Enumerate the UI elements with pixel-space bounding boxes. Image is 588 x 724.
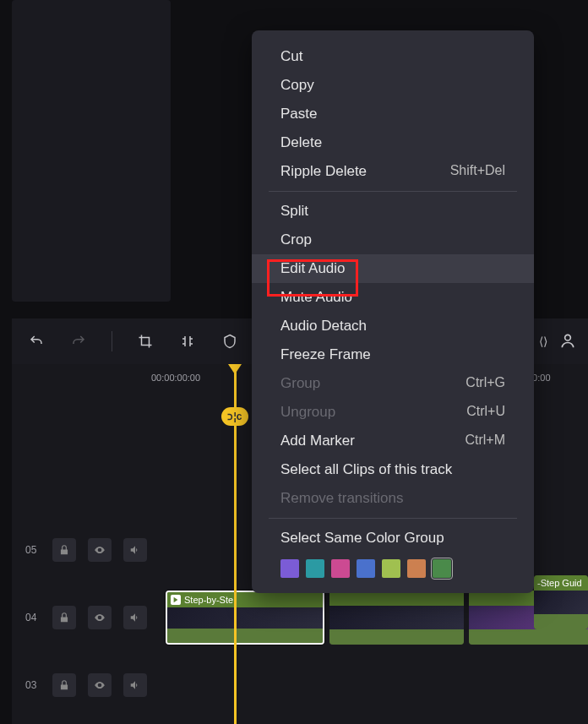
mute-button[interactable] bbox=[123, 538, 147, 562]
color-swatch-purple[interactable] bbox=[280, 559, 299, 578]
menu-edit-audio[interactable]: Edit Audio bbox=[252, 254, 534, 283]
menu-paste[interactable]: Paste bbox=[252, 100, 534, 128]
lock-button[interactable] bbox=[52, 673, 76, 697]
menu-audio-detach[interactable]: Audio Detach bbox=[252, 312, 534, 340]
menu-select-all-track[interactable]: Select all Clips of this track bbox=[252, 455, 534, 484]
track-row-03: 03 bbox=[12, 651, 588, 719]
track-number: 05 bbox=[25, 544, 41, 556]
redo-button[interactable] bbox=[69, 332, 88, 351]
expand-icon[interactable]: ⟨⟩ bbox=[539, 335, 547, 348]
split-badge-icon[interactable]: ɔ¦c bbox=[221, 407, 248, 426]
playhead[interactable]: ɔ¦c bbox=[234, 0, 237, 724]
svg-point-0 bbox=[565, 335, 571, 340]
mute-button[interactable] bbox=[123, 673, 147, 697]
menu-select-color-group[interactable]: Select Same Color Group bbox=[252, 524, 534, 553]
menu-split[interactable]: Split bbox=[252, 197, 534, 226]
menu-add-marker[interactable]: Add MarkerCtrl+M bbox=[252, 427, 534, 455]
menu-crop[interactable]: Crop bbox=[252, 226, 534, 254]
split-button[interactable] bbox=[178, 332, 197, 351]
menu-delete[interactable]: Delete bbox=[252, 128, 534, 157]
visibility-button[interactable] bbox=[88, 606, 112, 629]
color-swatch-green[interactable] bbox=[433, 559, 451, 578]
toolbar-divider bbox=[112, 331, 112, 351]
mute-button[interactable] bbox=[123, 606, 147, 629]
color-swatch-blue[interactable] bbox=[357, 559, 375, 578]
video-clip[interactable] bbox=[329, 591, 464, 645]
preview-panel bbox=[12, 0, 171, 302]
menu-cut[interactable]: Cut bbox=[252, 42, 534, 71]
timecode: 00:00:00:00 bbox=[151, 373, 200, 383]
visibility-button[interactable] bbox=[88, 538, 112, 562]
clip-title: Step-by-Ste bbox=[184, 595, 233, 605]
crop-button[interactable] bbox=[136, 332, 155, 351]
track-row-04: 04 Step-by-Ste bbox=[12, 584, 588, 651]
color-swatch-teal[interactable] bbox=[306, 559, 324, 578]
menu-freeze-frame[interactable]: Freeze Frame bbox=[252, 340, 534, 369]
video-clip-partial[interactable]: -Step Guid bbox=[534, 575, 588, 629]
menu-group: GroupCtrl+G bbox=[252, 369, 534, 398]
context-menu: Cut Copy Paste Delete Ripple DeleteShift… bbox=[252, 30, 534, 593]
menu-copy[interactable]: Copy bbox=[252, 71, 534, 100]
menu-ungroup: UngroupCtrl+U bbox=[252, 398, 534, 427]
menu-separator bbox=[269, 518, 517, 519]
undo-button[interactable] bbox=[27, 332, 46, 351]
lock-button[interactable] bbox=[52, 538, 76, 562]
color-swatch-lime[interactable] bbox=[382, 559, 400, 578]
clip-title: -Step Guid bbox=[537, 578, 582, 588]
menu-ripple-delete[interactable]: Ripple DeleteShift+Del bbox=[252, 157, 534, 186]
video-clip-selected[interactable]: Step-by-Ste bbox=[166, 591, 324, 645]
color-swatches bbox=[252, 553, 534, 581]
color-swatch-orange[interactable] bbox=[407, 559, 426, 578]
menu-separator bbox=[269, 191, 517, 192]
user-icon[interactable] bbox=[559, 332, 578, 351]
track-number: 03 bbox=[25, 679, 41, 691]
color-swatch-magenta[interactable] bbox=[331, 559, 350, 578]
play-icon bbox=[171, 595, 181, 605]
menu-mute-audio[interactable]: Mute Audio bbox=[252, 283, 534, 312]
menu-remove-transitions: Remove transitions bbox=[252, 484, 534, 513]
visibility-button[interactable] bbox=[88, 673, 112, 697]
lock-button[interactable] bbox=[52, 606, 76, 629]
track-number: 04 bbox=[25, 612, 41, 623]
